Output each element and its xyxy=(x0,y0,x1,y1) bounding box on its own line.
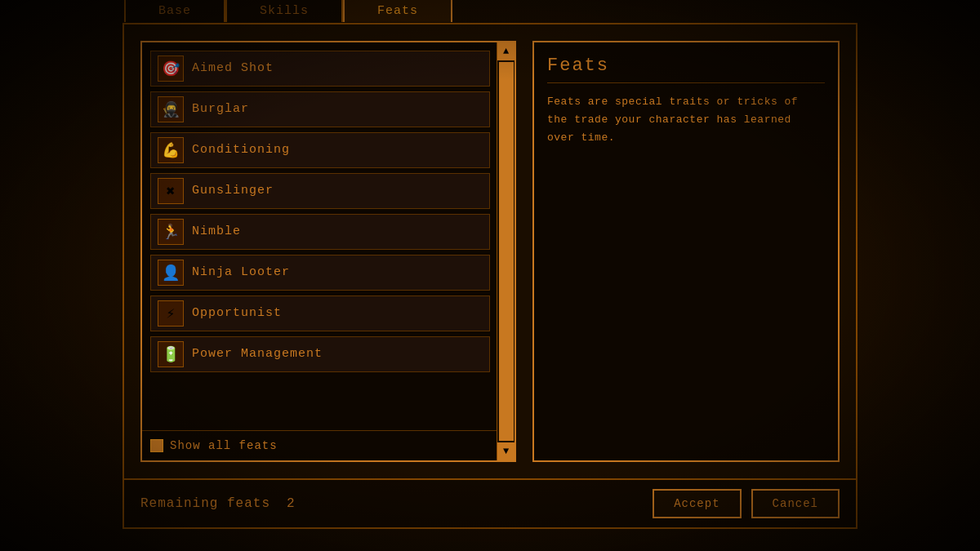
feat-item-ninja-looter[interactable]: 👤 Ninja Looter xyxy=(150,255,490,291)
feat-item-burglar[interactable]: 🥷 Burglar xyxy=(150,91,490,127)
feat-name-gunslinger: Gunslinger xyxy=(192,184,274,198)
feat-item-opportunist[interactable]: ⚡ Opportunist xyxy=(150,295,490,331)
feat-name-burglar: Burglar xyxy=(192,102,249,116)
tab-skills[interactable]: Skills xyxy=(225,0,343,22)
bottom-bar: Remaining feats 2 Accept Cancel xyxy=(124,478,856,527)
content-area: 🎯 Aimed Shot 🥷 Burglar 💪 Conditioning ✖ … xyxy=(124,24,856,478)
ninja-looter-icon: 👤 xyxy=(158,260,184,286)
gunslinger-icon: ✖ xyxy=(158,178,184,204)
feat-name-nimble: Nimble xyxy=(192,224,241,238)
conditioning-icon: 💪 xyxy=(158,137,184,163)
remaining-label: Remaining feats xyxy=(140,496,270,511)
power-management-icon: 🔋 xyxy=(158,341,184,367)
feat-list-scroll: 🎯 Aimed Shot 🥷 Burglar 💪 Conditioning ✖ … xyxy=(142,42,514,430)
main-panel: Base Skills Feats 🎯 Aimed Shot 🥷 xyxy=(122,23,858,529)
show-all-feats-row: Show all feats xyxy=(142,430,514,460)
tab-feats[interactable]: Feats xyxy=(343,0,452,22)
remaining-count: 2 xyxy=(287,496,296,511)
feat-name-power-management: Power Management xyxy=(192,347,323,361)
description-title: Feats xyxy=(547,56,825,83)
tab-base[interactable]: Base xyxy=(124,0,225,22)
aimed-shot-icon: 🎯 xyxy=(158,56,184,82)
scrollbar: ▲ ▼ xyxy=(497,42,514,460)
feat-name-ninja-looter: Ninja Looter xyxy=(192,265,290,279)
tab-bar: Base Skills Feats xyxy=(124,0,452,22)
feat-name-opportunist: Opportunist xyxy=(192,306,282,320)
accept-button[interactable]: Accept xyxy=(653,489,741,518)
scroll-down-button[interactable]: ▼ xyxy=(497,442,515,460)
nimble-icon: 🏃 xyxy=(158,219,184,245)
feat-item-power-management[interactable]: 🔋 Power Management xyxy=(150,336,490,372)
feat-item-aimed-shot[interactable]: 🎯 Aimed Shot xyxy=(150,51,490,87)
show-all-checkbox[interactable] xyxy=(150,439,163,452)
show-all-label: Show all feats xyxy=(170,439,278,452)
feat-name-aimed-shot: Aimed Shot xyxy=(192,61,274,75)
description-text: Feats are special traits or tricks of th… xyxy=(547,93,825,147)
feat-item-nimble[interactable]: 🏃 Nimble xyxy=(150,214,490,250)
cancel-button[interactable]: Cancel xyxy=(751,489,840,518)
app-background: Base Skills Feats 🎯 Aimed Shot 🥷 xyxy=(0,0,980,551)
feat-item-gunslinger[interactable]: ✖ Gunslinger xyxy=(150,173,490,209)
burglar-icon: 🥷 xyxy=(158,96,184,122)
scroll-track xyxy=(499,62,514,441)
feat-name-conditioning: Conditioning xyxy=(192,143,290,157)
feat-item-conditioning[interactable]: 💪 Conditioning xyxy=(150,132,490,168)
description-panel: Feats Feats are special traits or tricks… xyxy=(532,41,840,462)
feat-list-panel: 🎯 Aimed Shot 🥷 Burglar 💪 Conditioning ✖ … xyxy=(140,41,516,462)
bottom-buttons: Accept Cancel xyxy=(653,489,840,518)
scroll-up-button[interactable]: ▲ xyxy=(497,42,515,60)
opportunist-icon: ⚡ xyxy=(158,300,184,327)
